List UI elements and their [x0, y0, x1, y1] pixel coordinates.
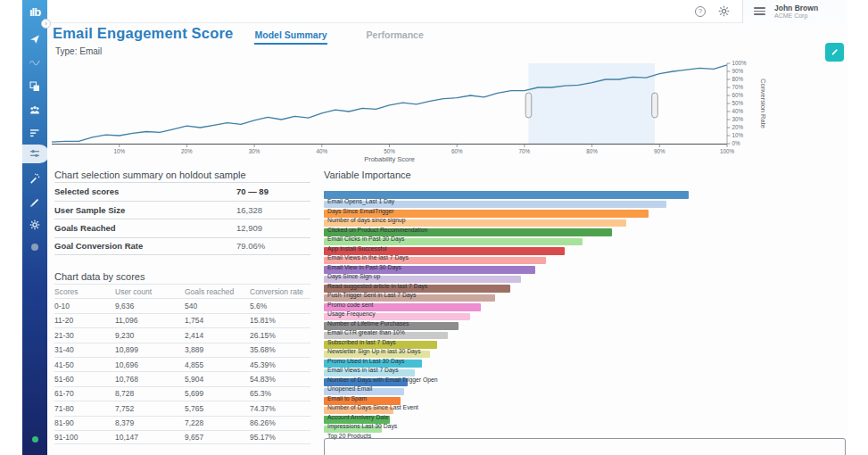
svg-text:90%: 90%: [654, 148, 665, 154]
importance-bar-label: Subscribed in last 7 Days: [324, 339, 396, 345]
importance-bar-label: Top 20 Products: [324, 433, 371, 439]
range-handle-left[interactable]: [525, 93, 532, 118]
table-cell: 74.37%: [250, 404, 310, 413]
table-cell: 11-20: [54, 316, 115, 325]
table-cell: 31-40: [54, 345, 115, 354]
tab-performance[interactable]: Performance: [367, 29, 424, 43]
table-row: 91-10010,1479,65795.17%: [54, 430, 310, 444]
copy-icon[interactable]: [22, 78, 47, 95]
table-cell: 81-90: [54, 418, 115, 427]
svg-text:20%: 20%: [732, 124, 744, 130]
importance-bar-row: Usage Frequency: [324, 303, 847, 311]
summary-row: User Sample Size16,328: [54, 201, 310, 219]
importance-bar-label: Number of Lifetime Purchases: [324, 320, 409, 327]
importance-bar-label: Clicked on Product Recommendation: [324, 227, 427, 233]
svg-text:10%: 10%: [732, 132, 744, 138]
x-axis-label: Probability Score: [364, 155, 415, 163]
table-cell: 71-80: [54, 404, 115, 413]
importance-bar-label: Email CTR greater than 10%: [324, 329, 405, 335]
table-cell: 26.15%: [250, 331, 310, 340]
importance-bar-label: Email Opens_Last 1 Day: [324, 198, 394, 204]
wave-chart-icon[interactable]: [22, 54, 47, 71]
bottom-panel-partial: [324, 438, 846, 455]
tab-model-summary[interactable]: Model Summary: [254, 29, 327, 45]
table-cell: 8,728: [115, 389, 185, 398]
send-icon[interactable]: [22, 30, 47, 48]
sidebar-collapse-button[interactable]: ›: [41, 19, 51, 29]
app-frame: ılb ›: [22, 0, 847, 455]
summary-row: Goals Reached12,909: [54, 219, 310, 237]
table-cell: 4,855: [185, 360, 250, 369]
selected-score-region[interactable]: [528, 63, 655, 145]
status-circle-icon[interactable]: [22, 238, 47, 256]
svg-text:70%: 70%: [732, 84, 744, 90]
importance-bar-label: Read suggested article in last 7 Days: [324, 283, 427, 289]
scores-table-heading: Chart data by scores: [54, 271, 145, 282]
column-header: Scores: [54, 287, 115, 296]
user-name: John Brown: [774, 4, 818, 12]
gear-icon[interactable]: [22, 216, 47, 234]
help-icon[interactable]: ?: [689, 0, 712, 23]
svg-text:90%: 90%: [732, 68, 744, 74]
table-cell: 5,765: [185, 404, 250, 413]
filter-list-icon[interactable]: [22, 124, 47, 142]
selection-summary-heading: Chart selection summary on holdout sampl…: [54, 170, 246, 180]
importance-bar-label: Account Annivery Date: [324, 414, 389, 420]
importance-bar-row: Number of Days with Email Trigger Open: [324, 369, 847, 377]
importance-bar-label: Days Since Sign up: [324, 273, 380, 279]
table-cell: 51-60: [54, 375, 115, 384]
app-logo: ılb: [22, 5, 47, 19]
connection-status-dot: [32, 436, 38, 443]
sliders-icon[interactable]: [22, 145, 47, 162]
table-row: 61-708,7285,69965.3%: [54, 386, 310, 401]
table-cell: 2,414: [185, 331, 250, 340]
table-row: 71-807,7525,76574.37%: [54, 401, 310, 415]
importance-bar-row: Number of Lifetime Purchases: [324, 313, 847, 321]
table-row: 51-6010,7685,90454.83%: [54, 371, 310, 385]
magic-wand-icon[interactable]: [22, 170, 47, 187]
y-axis-label: Conversion Rate: [759, 79, 767, 128]
summary-row: Selected scores70 — 89: [54, 182, 310, 201]
column-header: Conversion rate: [250, 287, 310, 296]
edit-selection-button[interactable]: [825, 43, 844, 62]
svg-text:30%: 30%: [732, 116, 744, 122]
main-content: Email Engagement Score Model Summary Per…: [47, 23, 847, 455]
svg-text:0%: 0%: [732, 140, 741, 146]
importance-bar-row: Email Views in the last 7 Days: [324, 247, 847, 255]
table-row: 41-5010,6964,85545.39%: [54, 357, 310, 371]
user-menu[interactable]: John Brown ACME Corp: [742, 0, 847, 23]
importance-bar-label: Email Views in the last 7 Days: [324, 254, 409, 261]
svg-text:100%: 100%: [732, 60, 748, 66]
settings-gear-icon[interactable]: [712, 0, 735, 23]
importance-bar-label: Number of Days Since Last Event: [324, 404, 418, 410]
pencil-icon[interactable]: [22, 194, 47, 211]
table-cell: 41-50: [54, 360, 115, 369]
user-organization: ACME Corp: [774, 12, 818, 20]
importance-bar-row: Impressions Last 30 Days: [324, 416, 847, 424]
table-cell: 5,699: [185, 389, 250, 398]
variable-importance-heading: Variable Importance: [324, 170, 411, 180]
svg-text:40%: 40%: [732, 108, 744, 114]
importance-bar-label: Newsletter Sign Up in last 30 Days: [324, 348, 421, 354]
table-cell: 54.83%: [250, 375, 310, 384]
range-handle-right[interactable]: [652, 93, 658, 118]
table-row: 11-2011,0961,75415.81%: [54, 313, 310, 327]
importance-bar-row: Days Since EmailTrigger: [324, 201, 847, 209]
importance-bar-label: Days Since EmailTrigger: [324, 208, 394, 214]
importance-bar-label: Email to Spam: [324, 395, 367, 401]
importance-bar-label: Push Trigger Sent in Last 7 Days: [324, 292, 416, 298]
importance-bar-row: Read suggested article in last 7 Days: [324, 276, 847, 284]
audience-icon[interactable]: [22, 101, 47, 119]
importance-bar-label: Unopened Email: [324, 385, 372, 392]
importance-bar-label: Number of Days with Email Trigger Open: [324, 376, 438, 383]
svg-text:70%: 70%: [519, 148, 531, 154]
importance-bar-row: Days Since Sign up: [324, 266, 847, 274]
table-cell: 5.6%: [250, 302, 310, 310]
model-type-label: Type: Email: [55, 46, 102, 56]
svg-text:50%: 50%: [384, 148, 395, 154]
table-cell: 0-10: [54, 302, 115, 310]
importance-bar-label: Email View in Past 30 Days: [324, 264, 401, 270]
table-cell: 11,096: [115, 316, 185, 325]
svg-text:50%: 50%: [732, 100, 744, 106]
importance-bar-label: App Install Successful: [324, 245, 387, 252]
